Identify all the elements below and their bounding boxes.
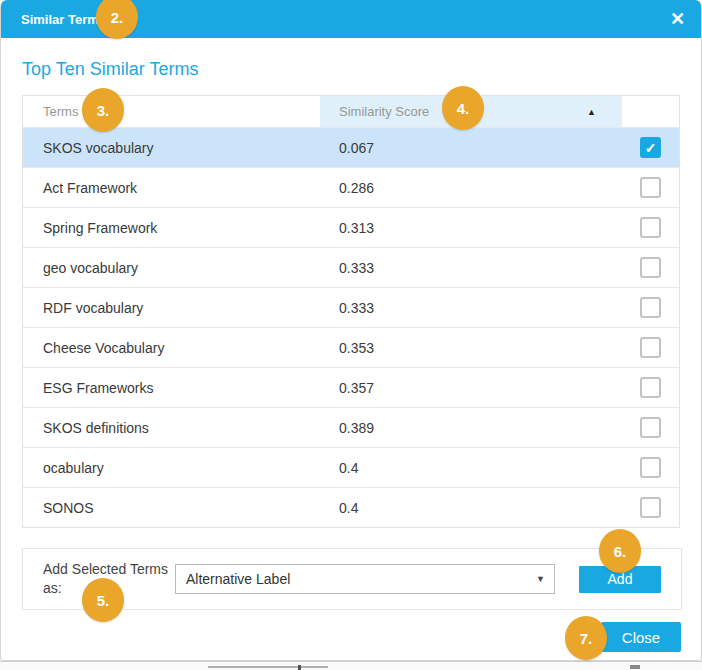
term-cell: SONOS bbox=[23, 500, 320, 516]
score-cell: 0.4 bbox=[320, 460, 622, 476]
row-checkbox[interactable] bbox=[640, 257, 661, 278]
score-cell: 0.333 bbox=[320, 260, 622, 276]
callout-number-badge: 3. bbox=[82, 88, 124, 132]
term-cell: Spring Framework bbox=[23, 220, 320, 236]
dialog-title: Similar Terms bbox=[21, 12, 106, 27]
table-row[interactable]: Spring Framework 0.313 bbox=[23, 207, 679, 247]
background-page-strip bbox=[0, 661, 702, 670]
table-row[interactable]: ESG Frameworks 0.357 bbox=[23, 367, 679, 407]
similarity-score-header-label: Similarity Score bbox=[339, 104, 429, 119]
similar-terms-table: Terms Similarity Score ▲ SKOS vocabulary… bbox=[22, 95, 680, 528]
term-cell: Cheese Vocabulary bbox=[23, 340, 320, 356]
score-cell: 0.389 bbox=[320, 420, 622, 436]
table-row[interactable]: SONOS 0.4 bbox=[23, 487, 679, 527]
table-row[interactable]: Act Framework 0.286 bbox=[23, 167, 679, 207]
table-row[interactable]: SKOS vocabulary 0.067 ✓ bbox=[23, 127, 679, 167]
table-row[interactable]: ocabulary 0.4 bbox=[23, 447, 679, 487]
score-cell: 0.313 bbox=[320, 220, 622, 236]
score-cell: 0.067 bbox=[320, 140, 622, 156]
term-cell: Act Framework bbox=[23, 180, 320, 196]
row-checkbox[interactable] bbox=[640, 377, 661, 398]
row-checkbox[interactable] bbox=[640, 337, 661, 358]
top-ten-heading: Top Ten Similar Terms bbox=[22, 59, 198, 80]
table-row[interactable]: Cheese Vocabulary 0.353 bbox=[23, 327, 679, 367]
term-cell: ocabulary bbox=[23, 460, 320, 476]
close-icon[interactable]: ✕ bbox=[670, 10, 685, 28]
table-row[interactable]: geo vocabulary 0.333 bbox=[23, 247, 679, 287]
row-checkbox[interactable] bbox=[640, 217, 661, 238]
checkbox-column-header bbox=[622, 96, 679, 127]
callout-number-badge: 5. bbox=[82, 578, 124, 622]
term-cell: SKOS definitions bbox=[23, 420, 320, 436]
close-button[interactable]: Close bbox=[601, 622, 681, 652]
term-cell: RDF vocabulary bbox=[23, 300, 320, 316]
sort-ascending-icon[interactable]: ▲ bbox=[587, 107, 596, 117]
callout-number-badge: 4. bbox=[442, 86, 484, 130]
score-cell: 0.357 bbox=[320, 380, 622, 396]
row-checkbox[interactable] bbox=[640, 457, 661, 478]
chevron-down-icon: ▼ bbox=[536, 574, 545, 584]
row-checkbox[interactable] bbox=[640, 417, 661, 438]
score-cell: 0.286 bbox=[320, 180, 622, 196]
table-row[interactable]: SKOS definitions 0.389 bbox=[23, 407, 679, 447]
dropdown-selected-value: Alternative Label bbox=[186, 571, 290, 587]
label-type-dropdown[interactable]: Alternative Label ▼ bbox=[175, 564, 555, 594]
score-cell: 0.4 bbox=[320, 500, 622, 516]
table-body: SKOS vocabulary 0.067 ✓ Act Framework 0.… bbox=[23, 127, 679, 527]
score-cell: 0.353 bbox=[320, 340, 622, 356]
terms-column-header[interactable]: Terms bbox=[23, 96, 320, 127]
term-cell: ESG Frameworks bbox=[23, 380, 320, 396]
row-checkbox[interactable] bbox=[640, 297, 661, 318]
row-checkbox[interactable]: ✓ bbox=[640, 137, 661, 158]
term-cell: SKOS vocabulary bbox=[23, 140, 320, 156]
callout-number-badge: 7. bbox=[565, 616, 607, 660]
term-cell: geo vocabulary bbox=[23, 260, 320, 276]
score-cell: 0.333 bbox=[320, 300, 622, 316]
table-row[interactable]: RDF vocabulary 0.333 bbox=[23, 287, 679, 327]
row-checkbox[interactable] bbox=[640, 497, 661, 518]
callout-number-badge: 6. bbox=[599, 529, 641, 573]
row-checkbox[interactable] bbox=[640, 177, 661, 198]
